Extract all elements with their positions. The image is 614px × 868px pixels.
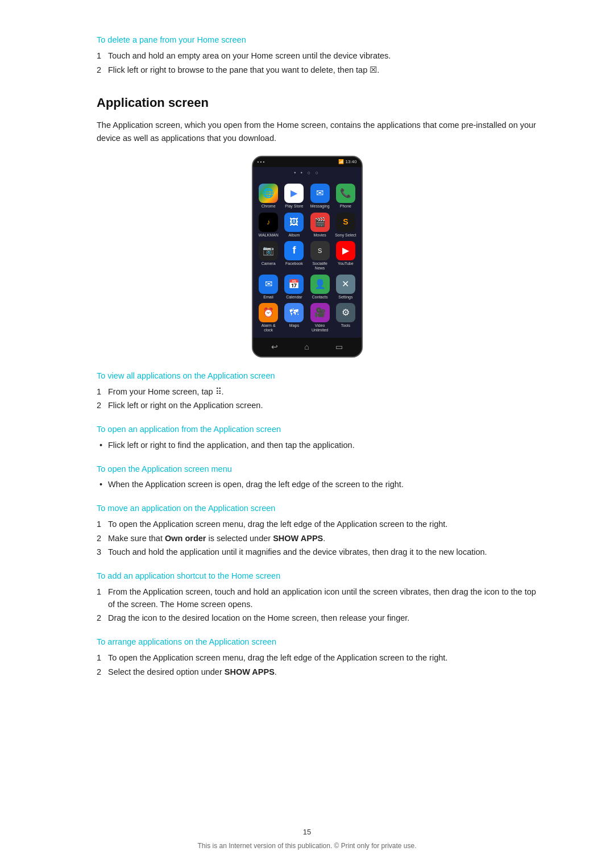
list-item: 2Flick left or right on the Application … [108, 400, 540, 412]
list-item: 2Flick left or right to browse to the pa… [108, 64, 540, 77]
show-apps-arrange-text: SHOW APPS [225, 667, 275, 676]
list-item: When the Application screen is open, dra… [108, 479, 540, 491]
list-item: 1To open the Application screen menu, dr… [108, 652, 540, 665]
app-icon-facebook: f Facebook [283, 241, 305, 271]
section-title: Application screen [97, 93, 540, 112]
app-icon-walkman: ♪ WALKMAN [258, 213, 280, 238]
add-shortcut-heading: To add an application shortcut to the Ho… [97, 570, 540, 583]
app-icon-phone: 📞 Phone [334, 184, 356, 209]
list-item: 3Touch and hold the application until it… [108, 546, 540, 559]
app-icon-alarm: ⏰ Alarm & clock [258, 303, 280, 333]
arrange-apps-block: To arrange applications on the Applicati… [74, 636, 540, 678]
app-icon-tools: ⚙ Tools [334, 303, 356, 333]
list-item: 1From your Home screen, tap ⠿. [108, 386, 540, 398]
app-icon-contacts: 👤 Contacts [309, 275, 331, 300]
delete-pane-section: To delete a pane from your Home screen 1… [74, 34, 540, 76]
arrange-apps-steps: 1To open the Application screen menu, dr… [108, 652, 540, 679]
app-icon-maps: 🗺 Maps [283, 303, 305, 333]
add-shortcut-block: To add an application shortcut to the Ho… [74, 570, 540, 625]
move-app-heading: To move an application on the Applicatio… [97, 502, 540, 515]
app-icon-album: 🖼 Album [283, 213, 305, 238]
phone-back-icon: ↩ [271, 341, 278, 353]
list-item: 2Make sure that Own order is selected un… [108, 533, 540, 545]
view-all-heading: To view all applications on the Applicat… [97, 370, 540, 383]
app-icon-sonyselect: S Sony Select [334, 213, 356, 238]
phone-status-bar: • • • 📶 13:40 [253, 157, 362, 167]
open-app-block: To open an application from the Applicat… [74, 423, 540, 452]
add-shortcut-steps: 1From the Application screen, touch and … [108, 586, 540, 625]
phone-home-icon: ⌂ [304, 341, 309, 353]
app-icon-camera: 📷 Camera [258, 241, 280, 271]
open-app-bullets: Flick left or right to find the applicat… [108, 439, 540, 452]
app-icon-video: 🎥 Video Unlimited [309, 303, 331, 333]
open-menu-block: To open the Application screen menu When… [74, 463, 540, 492]
phone-bottom-bar: ↩ ⌂ ▭ [253, 338, 362, 356]
footer-text: This is an Internet version of this publ… [0, 841, 614, 851]
show-apps-text: SHOW APPS [273, 534, 323, 543]
move-app-steps: 1To open the Application screen menu, dr… [108, 518, 540, 559]
arrange-apps-heading: To arrange applications on the Applicati… [97, 636, 540, 649]
phone-mockup-container: • • • 📶 13:40 • • ○ ○ 🌐 Chrome ▶ Play St… [74, 156, 540, 358]
list-item: Flick left or right to find the applicat… [108, 439, 540, 452]
list-item: 2Select the desired option under SHOW AP… [108, 666, 540, 679]
phone-nav-dots: • • ○ ○ [253, 167, 362, 180]
phone-app-grid: 🌐 Chrome ▶ Play Store ✉ Messaging 📞 Phon… [253, 179, 362, 338]
app-icon-messaging: ✉ Messaging [309, 184, 331, 209]
app-icon-email: ✉ Email [258, 275, 280, 300]
view-all-steps: 1From your Home screen, tap ⠿. 2Flick le… [108, 386, 540, 413]
delete-pane-heading: To delete a pane from your Home screen [97, 34, 540, 47]
list-item: 1To open the Application screen menu, dr… [108, 518, 540, 531]
phone-mockup: • • • 📶 13:40 • • ○ ○ 🌐 Chrome ▶ Play St… [252, 156, 363, 358]
app-icon-chrome: 🌐 Chrome [258, 184, 280, 209]
app-icon-socialife: S Socialife News [309, 241, 331, 271]
page-footer: 15 This is an Internet version of this p… [0, 827, 614, 852]
list-item: 2Drag the icon to the desired location o… [108, 612, 540, 625]
section-intro: The Application screen, which you open f… [97, 119, 540, 145]
page-number: 15 [0, 827, 614, 838]
open-menu-heading: To open the Application screen menu [97, 463, 540, 476]
delete-pane-steps: 1Touch and hold an empty area on your Ho… [108, 50, 540, 77]
move-app-block: To move an application on the Applicatio… [74, 502, 540, 559]
list-item: 1From the Application screen, touch and … [108, 586, 540, 611]
app-icon-youtube: ▶ YouTube [334, 241, 356, 271]
view-all-block: To view all applications on the Applicat… [74, 370, 540, 412]
open-menu-bullets: When the Application screen is open, dra… [108, 479, 540, 491]
list-item: 1Touch and hold an empty area on your Ho… [108, 50, 540, 63]
app-icon-playstore: ▶ Play Store [283, 184, 305, 209]
own-order-text: Own order [165, 534, 206, 543]
phone-recent-icon: ▭ [335, 341, 343, 353]
open-app-heading: To open an application from the Applicat… [97, 423, 540, 436]
app-icon-calendar: 📅 Calendar [283, 275, 305, 300]
application-screen-section: Application screen The Application scree… [74, 93, 540, 678]
app-icon-movies: 🎬 Movies [309, 213, 331, 238]
app-icon-settings: ✕ Settings [334, 275, 356, 300]
